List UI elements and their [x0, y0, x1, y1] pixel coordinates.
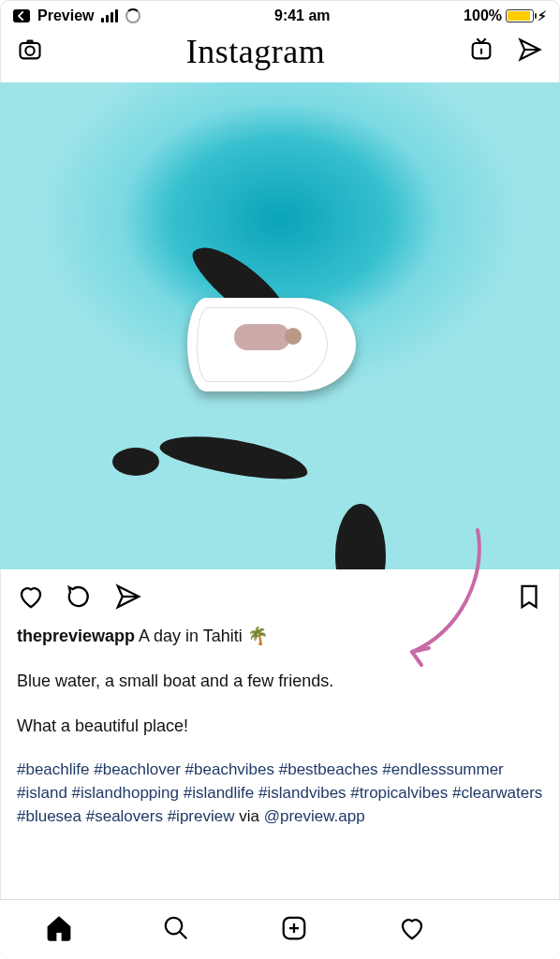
bottom-nav	[0, 899, 560, 959]
svg-point-3	[166, 917, 183, 934]
via-text: via	[234, 807, 263, 825]
person-shape	[234, 324, 290, 350]
igtv-icon	[468, 37, 494, 63]
heart-icon	[17, 583, 45, 611]
caption-lead: A day in Tahiti	[139, 627, 247, 645]
igtv-button[interactable]	[468, 37, 494, 66]
nav-home-button[interactable]	[45, 914, 73, 946]
post-image[interactable]	[0, 82, 560, 569]
like-button[interactable]	[17, 583, 45, 614]
instagram-header: Instagram	[0, 28, 560, 82]
add-post-icon	[280, 914, 308, 942]
home-icon	[45, 914, 73, 942]
post-caption[interactable]: thepreviewapp A day in Tahiti 🌴 Blue wat…	[0, 624, 560, 828]
charging-bolt-icon: ⚡︎	[538, 8, 547, 23]
nav-search-button[interactable]	[162, 914, 190, 946]
shark-shape	[335, 504, 386, 569]
bookmark-icon	[515, 583, 543, 611]
send-icon	[517, 37, 543, 63]
send-icon	[114, 583, 142, 611]
mention[interactable]: @preview.app	[264, 807, 365, 825]
status-bar: Preview 9:41 am 100% ⚡︎	[0, 0, 560, 28]
camera-icon	[17, 37, 43, 63]
instagram-logo[interactable]: Instagram	[186, 32, 325, 71]
post-actions	[0, 569, 560, 624]
battery-percent: 100%	[464, 7, 502, 24]
search-icon	[162, 914, 190, 942]
bookmark-button[interactable]	[515, 583, 543, 614]
caption-line-1: Blue water, a small boat and a few frien…	[17, 669, 543, 693]
loading-spinner-icon	[125, 8, 140, 23]
share-button[interactable]	[114, 583, 142, 614]
svg-point-1	[25, 47, 34, 55]
nav-add-post-button[interactable]	[280, 914, 308, 946]
back-app-label[interactable]: Preview	[37, 7, 94, 24]
back-to-app-button[interactable]	[13, 9, 30, 22]
comment-icon	[66, 583, 94, 611]
caption-hashtags[interactable]: #beachlife #beachlover #beachvibes #best…	[17, 759, 543, 828]
status-right: 100% ⚡︎	[464, 7, 547, 24]
comment-button[interactable]	[66, 583, 94, 614]
caption-line-2: What a beautiful place!	[17, 714, 543, 738]
direct-messages-button[interactable]	[517, 37, 543, 66]
palm-tree-emoji: 🌴	[247, 627, 268, 645]
clock: 9:41 am	[274, 7, 331, 24]
status-left: Preview	[13, 7, 140, 24]
cell-signal-icon	[101, 9, 118, 22]
heart-icon	[398, 914, 426, 942]
shark-shape	[157, 427, 311, 486]
nav-activity-button[interactable]	[398, 914, 426, 946]
post-username[interactable]: thepreviewapp	[17, 627, 135, 645]
shark-shape	[112, 448, 159, 476]
battery-icon	[506, 9, 534, 22]
camera-button[interactable]	[17, 37, 43, 66]
